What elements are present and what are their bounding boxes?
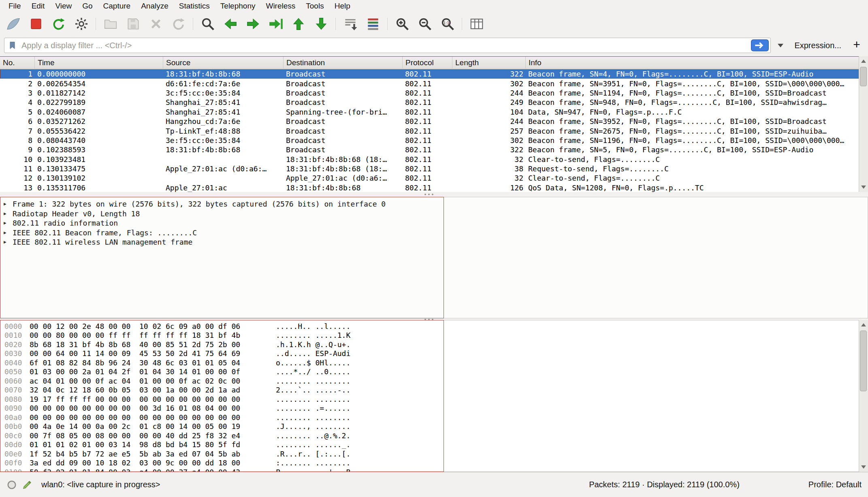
capture-file-properties-icon[interactable] (22, 480, 32, 490)
zoom-out-button[interactable] (414, 13, 436, 34)
column-header-protocol[interactable]: Protocol (403, 57, 452, 68)
detail-tree-row[interactable]: ▶IEEE 802.11 Beacon frame, Flags: ......… (0, 228, 868, 238)
save-file-button[interactable] (122, 13, 144, 34)
reload-button[interactable] (168, 13, 190, 34)
expert-info-icon[interactable] (6, 480, 17, 490)
packet-bytes-scroll-thumb[interactable] (860, 331, 867, 391)
packet-row[interactable]: 50.024060087Shanghai_27:85:41Spanning-tr… (0, 107, 868, 117)
scroll-up-icon[interactable] (859, 56, 868, 66)
menu-view[interactable]: View (50, 0, 77, 12)
expression-button[interactable]: Expression... (790, 41, 845, 50)
zoom-reset-button[interactable]: 1:1 (437, 13, 459, 34)
hex-row[interactable]: 00208b 68 18 31 bf 4b 8b 68 40 00 85 51 … (0, 340, 868, 349)
expander-icon[interactable]: ▶ (4, 230, 13, 235)
hex-row[interactable]: 008019 17 ff ff ff 00 00 00 00 00 00 00 … (0, 395, 868, 404)
hex-row[interactable]: 0060ac 04 01 00 00 0f ac 04 01 00 00 0f … (0, 376, 868, 386)
packet-list-scroll-thumb[interactable] (860, 67, 867, 86)
column-header-destination[interactable]: Destination (284, 57, 403, 68)
zoom-in-button[interactable] (391, 13, 413, 34)
hex-row[interactable]: 00a000 00 00 00 00 00 00 00 00 00 00 00 … (0, 413, 868, 422)
hex-row[interactable]: 00b000 4a 0e 14 00 0a 00 2c 01 c8 00 14 … (0, 422, 868, 431)
hex-row[interactable]: 00e01f 52 b4 b5 b7 72 ae e5 5b ab 3a ed … (0, 449, 868, 459)
menu-telephony[interactable]: Telephony (215, 0, 261, 12)
hex-offset: 0070 (0, 386, 30, 394)
column-header-no[interactable]: No. (0, 57, 35, 68)
hex-row[interactable]: 000000 00 12 00 2e 48 00 00 10 02 6c 09 … (0, 322, 868, 331)
hex-row[interactable]: 007032 04 0c 12 18 60 0b 05 03 00 1a 00 … (0, 386, 868, 395)
packet-row[interactable]: 120.130139102Apple_27:01:ac (d0:a6:…802.… (0, 173, 868, 183)
go-forward-button[interactable] (242, 13, 264, 34)
menu-analyze[interactable]: Analyze (136, 0, 174, 12)
hex-row[interactable]: 00d001 01 01 02 01 00 03 14 98 d8 bd b4 … (0, 440, 868, 450)
detail-tree-row[interactable]: ▶Radiotap Header v0, Length 18 (0, 209, 868, 219)
packet-row[interactable]: 90.10238859318:31:bf:4b:8b:68Broadcast80… (0, 145, 868, 154)
packet-row[interactable]: 60.035271262Hangzhou_cd:7a:6eBroadcast80… (0, 117, 868, 126)
packet-list-scrollbar[interactable] (859, 56, 868, 192)
detail-tree-row[interactable]: ▶IEEE 802.11 wireless LAN management fra… (0, 237, 868, 247)
capture-options-button[interactable] (70, 13, 92, 34)
menu-go[interactable]: Go (77, 0, 98, 12)
packet-row[interactable]: 110.130133475Apple_27:01:ac (d0:a6:…18:3… (0, 164, 868, 173)
column-header-info[interactable]: Info (526, 57, 868, 68)
auto-scroll-button[interactable] (339, 13, 361, 34)
detail-tree-row[interactable]: ▶802.11 radio information (0, 218, 868, 228)
expander-icon[interactable]: ▶ (4, 211, 13, 216)
scroll-down-icon[interactable] (859, 182, 868, 192)
hex-row[interactable]: 00c000 7f 08 05 00 08 00 00 00 00 40 dd … (0, 431, 868, 440)
column-header-length[interactable]: Length (452, 57, 526, 68)
start-capture-button[interactable] (2, 13, 24, 34)
colorize-button[interactable] (362, 13, 384, 34)
hex-row[interactable]: 009000 00 00 00 00 00 00 00 00 3d 16 01 … (0, 404, 868, 413)
menu-tools[interactable]: Tools (301, 0, 329, 12)
packet-row[interactable]: 10.00000000018:31:bf:4b:8b:68Broadcast80… (0, 69, 868, 79)
packet-row[interactable]: 100.10392348118:31:bf:4b:8b:68 (18:…802.… (0, 155, 868, 164)
hex-row[interactable]: 001000 00 80 00 00 00 ff ff ff ff ff ff … (0, 331, 868, 340)
hex-row[interactable]: 00406f 01 08 82 84 8b 96 24 30 48 6c 03 … (0, 358, 868, 367)
apply-filter-button[interactable] (751, 39, 769, 51)
pane-splitter-handle[interactable] (424, 319, 433, 320)
menu-edit[interactable]: Edit (26, 0, 50, 12)
restart-capture-button[interactable] (48, 13, 70, 34)
stop-capture-button[interactable] (25, 13, 47, 34)
menu-statistics[interactable]: Statistics (174, 0, 215, 12)
menu-help[interactable]: Help (329, 0, 356, 12)
menu-wireless[interactable]: Wireless (260, 0, 301, 12)
hex-row[interactable]: 005001 03 00 00 2a 01 04 2f 01 04 30 14 … (0, 367, 868, 377)
open-file-button[interactable] (100, 13, 122, 34)
detail-tree-row[interactable]: ▶Frame 1: 322 bytes on wire (2576 bits),… (0, 199, 868, 209)
scroll-up-icon[interactable] (859, 320, 868, 330)
packet-row[interactable]: 30.0118271423c:f5:cc:0e:35:84Broadcast80… (0, 88, 868, 98)
go-back-button[interactable] (220, 13, 241, 34)
hex-row[interactable]: 010050 f2 02 01 01 84 00 03 a4 00 00 27 … (0, 467, 868, 472)
menu-file[interactable]: File (3, 0, 26, 12)
go-to-packet-button[interactable] (265, 13, 287, 34)
display-filter-field[interactable] (4, 38, 771, 53)
packet-row[interactable]: 80.0804437403e:f5:cc:0e:35:84Broadcast80… (0, 136, 868, 145)
scroll-down-icon[interactable] (859, 462, 868, 472)
bookmark-icon[interactable] (8, 40, 17, 51)
go-first-packet-button[interactable] (288, 13, 309, 34)
packet-bytes-scrollbar[interactable] (859, 320, 868, 472)
hex-row[interactable]: 00f03a ed dd 09 00 10 18 02 03 00 9c 00 … (0, 459, 868, 468)
pane-splitter-handle[interactable] (424, 194, 433, 195)
profile-text[interactable]: Profile: Default (808, 480, 862, 489)
column-header-source[interactable]: Source (163, 57, 284, 68)
display-filter-input[interactable] (21, 41, 747, 51)
hex-row[interactable]: 003000 00 64 00 11 14 00 09 45 53 50 2d … (0, 349, 868, 358)
add-filter-button[interactable]: + (849, 38, 864, 53)
go-last-packet-button[interactable] (310, 13, 332, 34)
close-file-button[interactable] (145, 13, 167, 34)
packet-row[interactable]: 20.002654354d6:61:fe:cd:7a:6eBroadcast80… (0, 79, 868, 88)
packet-row[interactable]: 70.055536422Tp-LinkT_ef:48:88Broadcast80… (0, 126, 868, 135)
cell-protocol: 802.11 (403, 98, 452, 107)
expander-icon[interactable]: ▶ (4, 220, 13, 226)
column-header-time[interactable]: Time (35, 57, 163, 68)
find-packet-button[interactable] (197, 13, 219, 34)
menu-capture[interactable]: Capture (98, 0, 136, 12)
filter-history-dropdown[interactable] (775, 38, 786, 53)
expander-icon[interactable]: ▶ (4, 239, 13, 245)
packet-row[interactable]: 130.135311706Apple_27:01:ac18:31:bf:4b:8… (0, 183, 868, 192)
expander-icon[interactable]: ▶ (4, 201, 13, 207)
resize-columns-button[interactable] (466, 13, 488, 34)
packet-row[interactable]: 40.022799189Shanghai_27:85:41Broadcast80… (0, 98, 868, 107)
